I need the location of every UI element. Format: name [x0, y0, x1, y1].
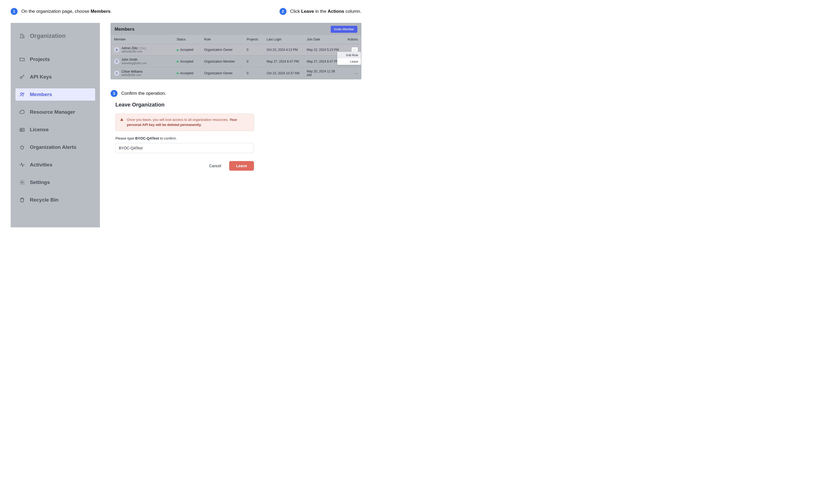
table-row: A Admin Zilliz (You) admin@zilliz.com Ac… — [111, 44, 361, 56]
member-name: Admin Zilliz — [121, 46, 138, 50]
sidebar-item-label: Projects — [30, 56, 50, 62]
gear-icon — [19, 179, 25, 185]
step-3-badge: 3 — [111, 90, 118, 97]
sidebar-item-activities[interactable]: Activities — [16, 159, 95, 171]
step-1: 1 On the organization page, choose Membe… — [11, 8, 112, 15]
step-1-pre: On the organization page, choose — [21, 9, 91, 14]
member-email: marketing@zilliz.com — [121, 62, 147, 65]
sidebar-item-label: Organization Alerts — [30, 144, 76, 150]
step-1-text: On the organization page, choose Members… — [21, 9, 112, 14]
sidebar-item-projects[interactable]: Projects — [16, 53, 95, 66]
member-last-login: Oct 23, 2024 4:13 PM — [264, 44, 304, 56]
step-1-bold: Members — [91, 9, 111, 14]
sidebar-item-api-keys[interactable]: API Keys — [16, 71, 95, 83]
th-status: Status — [173, 35, 201, 44]
dropdown-leave[interactable]: Leave — [337, 58, 361, 65]
step-2: 2 Click Leave in the Actions column. — [280, 8, 361, 15]
status-dot-icon — [177, 61, 178, 62]
member-email: sales@zilliz.com — [121, 74, 143, 77]
member-role: Organization Owner — [201, 44, 243, 56]
invite-member-button[interactable]: Invite Member — [331, 26, 357, 33]
th-actions: Actions — [343, 35, 361, 44]
sidebar-item-organization-alerts[interactable]: Organization Alerts — [16, 141, 95, 153]
svg-point-6 — [21, 93, 22, 94]
th-join-date: Join Date — [304, 35, 343, 44]
member-email: admin@zilliz.com — [121, 50, 146, 53]
sidebar-item-label: Members — [30, 92, 52, 97]
confirm-post: to confirm. — [159, 136, 177, 140]
svg-point-7 — [23, 93, 24, 94]
row-actions-dropdown: Edit Role Leave — [337, 52, 361, 65]
member-you-tag: (You) — [139, 46, 146, 50]
warning-text: Once you leave, you will lose access to … — [127, 118, 230, 122]
member-role: Organization Owner — [201, 67, 243, 79]
sidebar-item-label: Activities — [30, 162, 52, 168]
svg-point-16 — [21, 182, 23, 183]
step-2-bold1: Leave — [301, 9, 314, 14]
leave-button[interactable]: Leave — [229, 161, 254, 171]
member-last-login: Oct 23, 2024 10:37 AM — [264, 67, 304, 79]
members-table: Member Status Role Projects Last Login J… — [111, 35, 361, 79]
top-steps-row: 1 On the organization page, choose Membe… — [11, 8, 361, 20]
row-actions-button[interactable]: ··· — [355, 71, 358, 75]
member-projects: 0 — [243, 56, 264, 67]
step-2-text: Click Leave in the Actions column. — [290, 9, 361, 14]
folder-icon — [19, 56, 25, 62]
cancel-button[interactable]: Cancel — [206, 161, 224, 170]
confirm-bold: BYOC-QATest — [135, 136, 159, 140]
sidebar-item-label: Settings — [30, 179, 50, 185]
member-role: Organization Member — [201, 56, 243, 67]
status-dot-icon — [177, 49, 178, 51]
sidebar-item-members[interactable]: Members — [16, 89, 95, 101]
member-status: Accepted — [180, 48, 193, 52]
confirm-input[interactable] — [115, 143, 254, 153]
trash-icon — [19, 197, 25, 203]
sidebar-item-label: License — [30, 127, 49, 133]
step-1-post: . — [111, 9, 112, 14]
sidebar-item-resource-manager[interactable]: Resource Manager — [16, 106, 95, 118]
member-projects: 0 — [243, 67, 264, 79]
member-join-date: May 20, 2024 11:36 AM — [304, 67, 343, 79]
cloud-icon — [19, 109, 25, 115]
svg-point-12 — [21, 146, 24, 149]
sidebar-item-license[interactable]: License — [16, 124, 95, 136]
status-dot-icon — [177, 72, 178, 74]
sidebar-item-recycle-bin[interactable]: Recycle Bin — [16, 194, 95, 206]
step-2-pre: Click — [290, 9, 301, 14]
th-projects: Projects — [243, 35, 264, 44]
svg-line-14 — [20, 146, 21, 146]
svg-rect-1 — [23, 35, 24, 38]
svg-point-9 — [21, 129, 22, 130]
svg-rect-8 — [20, 128, 25, 131]
member-status: Accepted — [180, 60, 193, 64]
members-title: Members — [115, 27, 135, 32]
org-sidebar: Organization Projects API Keys Members R — [11, 23, 100, 227]
confirm-instruction: Please type BYOC-QATest to confirm. — [115, 136, 254, 140]
th-last-login: Last Login — [264, 35, 304, 44]
step-1-badge: 1 — [11, 8, 18, 15]
svg-line-15 — [24, 146, 24, 146]
step-3: 3 Confirm the operation. — [111, 90, 361, 97]
member-status: Accepted — [180, 71, 193, 75]
dropdown-edit-role[interactable]: Edit Role — [337, 52, 361, 58]
avatar: 2 — [114, 59, 119, 64]
step-2-post: column. — [344, 9, 361, 14]
sidebar-item-settings[interactable]: Settings — [16, 176, 95, 188]
sidebar-item-label: Resource Manager — [30, 109, 75, 115]
svg-point-5 — [20, 77, 22, 79]
members-icon — [19, 92, 25, 97]
member-name: Chloe Williams — [121, 70, 143, 74]
member-last-login: May 27, 2024 6:47 PM — [264, 56, 304, 67]
avatar: c — [114, 71, 119, 76]
step-3-text: Confirm the operation. — [121, 91, 166, 96]
table-row: 2 John Smith marketing@zilliz.com Accept… — [111, 56, 361, 67]
table-row: c Chloe Williams sales@zilliz.com Accept… — [111, 67, 361, 79]
avatar: A — [114, 47, 119, 52]
id-card-icon — [19, 127, 25, 133]
warning-banner: Once you leave, you will lose access to … — [115, 114, 254, 131]
sidebar-heading-label: Organization — [30, 32, 66, 40]
leave-org-dialog: Leave Organization Once you leave, you w… — [115, 102, 254, 171]
th-member: Member — [111, 35, 173, 44]
dialog-title: Leave Organization — [115, 102, 254, 108]
confirm-pre: Please type — [115, 136, 135, 140]
